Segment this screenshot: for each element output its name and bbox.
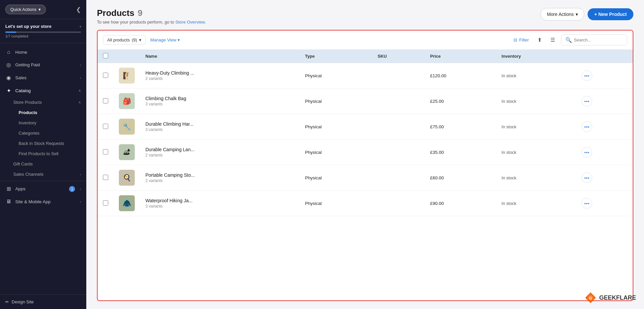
sidebar-item-products[interactable]: Products [3, 107, 86, 118]
row-more-button[interactable]: ••• [582, 172, 592, 183]
all-products-filter[interactable]: All products (9) ▾ [103, 35, 146, 45]
main-nav: ⌂ Home ◎ Getting Paid › ◉ Sales › ✦ Cata… [0, 43, 86, 211]
columns-button[interactable]: ☰ [548, 35, 558, 45]
row-price-cell: £25.00 [425, 89, 496, 114]
row-checkbox[interactable] [103, 73, 108, 78]
chevron-up-icon: ∧ [78, 89, 81, 93]
product-name-cell: Waterproof Hiking Ja... 3 variants [145, 198, 294, 209]
product-name: Portable Camping Sto... [145, 172, 294, 178]
row-name-cell: Portable Camping Sto... 2 variants [140, 165, 300, 191]
row-inventory-cell: In stock [496, 165, 576, 191]
more-actions-button[interactable]: More Actions ▾ [540, 8, 584, 21]
row-checkbox-cell [98, 89, 114, 114]
sidebar-sub-label: Sales Channels [13, 172, 43, 177]
page-title: Products 9 [97, 8, 206, 18]
row-actions-cell: ••• [576, 114, 633, 140]
sidebar-item-find-products[interactable]: Find Products to Sell [3, 149, 86, 159]
header-actions [576, 50, 633, 63]
product-type: Physical [305, 73, 322, 78]
sidebar-item-apps[interactable]: ⊞ Apps 1 › [0, 182, 86, 195]
apps-badge: 1 [69, 186, 75, 192]
product-type: Physical [305, 201, 322, 206]
product-thumbnail: 🧥 [119, 195, 135, 211]
row-thumb-cell: 🔧 [114, 114, 140, 140]
sidebar-item-categories[interactable]: Categories [3, 128, 86, 138]
sidebar-item-label: Sales [15, 75, 27, 80]
new-product-button[interactable]: + New Product [588, 8, 633, 20]
header-inventory: Inventory [496, 50, 576, 63]
row-checkbox[interactable] [103, 149, 108, 154]
row-more-button[interactable]: ••• [582, 198, 592, 209]
row-name-cell: Climbing Chalk Bag 3 variants [140, 89, 300, 114]
row-type-cell: Physical [300, 114, 372, 140]
row-type-cell: Physical [300, 63, 372, 89]
row-name-cell: Durable Climbing Har... 3 variants [140, 114, 300, 140]
sidebar-item-sales-channels[interactable]: Sales Channels › [3, 169, 86, 179]
sidebar-sub-label: Back in Stock Requests [19, 141, 64, 146]
row-checkbox[interactable] [103, 98, 108, 103]
row-actions-cell: ••• [576, 191, 633, 216]
sidebar-collapse-button[interactable]: ❮ [76, 6, 81, 13]
quick-actions-button[interactable]: Quick Actions ▾ [5, 5, 46, 14]
sidebar-sub-label: Store Products [13, 100, 42, 105]
product-inventory: In stock [502, 99, 517, 104]
row-name-cell: Waterproof Hiking Ja... 3 variants [140, 191, 300, 216]
geekflare-icon: G [585, 292, 597, 304]
row-more-button[interactable]: ••• [582, 121, 592, 132]
svg-text:G: G [589, 296, 592, 300]
geekflare-label: GEEKFLARE [599, 294, 636, 301]
sidebar-item-label: Site & Mobile App [15, 199, 51, 204]
design-site-button[interactable]: ✏ Design Site [0, 294, 86, 309]
search-input[interactable] [574, 37, 620, 42]
product-price: £75.00 [430, 124, 444, 129]
product-inventory: In stock [502, 150, 517, 155]
table-row: 🎒 Climbing Chalk Bag 3 variants Physical… [98, 89, 633, 114]
product-name-cell: Heavy-Duty Climbing ... 2 variants [145, 70, 294, 81]
store-overview-link[interactable]: Store Overview [175, 20, 204, 25]
product-variants: 2 variants [145, 76, 294, 81]
row-checkbox-cell [98, 63, 114, 89]
product-name: Durable Climbing Har... [145, 121, 294, 127]
table-scroll-area[interactable]: Name Type SKU Price Inventory 🧗 [98, 50, 633, 300]
row-sku-cell [372, 140, 425, 165]
sidebar-item-site-mobile[interactable]: 🖥 Site & Mobile App › [0, 195, 86, 208]
row-thumb-cell: 🍳 [114, 165, 140, 191]
store-setup-title[interactable]: Let's set up your store › [5, 24, 81, 29]
header-sku: SKU [372, 50, 425, 63]
row-more-button[interactable]: ••• [582, 147, 592, 157]
sidebar-item-catalog[interactable]: ✦ Catalog ∧ [0, 84, 86, 97]
sidebar-item-store-products[interactable]: Store Products ∧ [3, 97, 86, 107]
row-more-button[interactable]: ••• [582, 70, 592, 81]
store-setup-section: Let's set up your store › 1/7 completed [0, 19, 86, 43]
sidebar-item-sales[interactable]: ◉ Sales › [0, 71, 86, 84]
row-checkbox[interactable] [103, 200, 108, 206]
sidebar-item-gift-cards[interactable]: Gift Cards [3, 159, 86, 169]
sidebar-item-getting-paid[interactable]: ◎ Getting Paid › [0, 58, 86, 71]
sidebar-item-inventory[interactable]: Inventory [3, 118, 86, 128]
row-actions-cell: ••• [576, 63, 633, 89]
row-price-cell: £90.00 [425, 191, 496, 216]
filter-button[interactable]: ⊟ Filter [511, 35, 531, 44]
row-actions-cell: ••• [576, 165, 633, 191]
pencil-icon: ✏ [5, 299, 9, 304]
apps-icon: ⊞ [5, 186, 12, 192]
dollar-icon: ◎ [5, 62, 12, 68]
sidebar-item-back-in-stock[interactable]: Back in Stock Requests [3, 138, 86, 149]
row-checkbox[interactable] [103, 124, 108, 129]
product-thumbnail: 🎒 [119, 93, 135, 109]
row-thumb-cell: 🎒 [114, 89, 140, 114]
product-type: Physical [305, 175, 322, 180]
chevron-right-icon: › [80, 172, 81, 176]
table-toolbar: All products (9) ▾ Manage View ▾ ⊟ Filte… [98, 31, 633, 50]
columns-icon: ☰ [550, 37, 555, 43]
row-sku-cell [372, 165, 425, 191]
row-more-button[interactable]: ••• [582, 96, 592, 106]
product-thumbnail: 🧗 [119, 68, 135, 84]
row-type-cell: Physical [300, 140, 372, 165]
export-button[interactable]: ⬆ [535, 35, 544, 45]
sidebar-item-home[interactable]: ⌂ Home [0, 46, 86, 58]
manage-view-button[interactable]: Manage View ▾ [149, 35, 182, 44]
sidebar-header: Quick Actions ▾ ❮ [0, 0, 86, 19]
select-all-checkbox[interactable] [103, 53, 108, 58]
row-checkbox[interactable] [103, 175, 108, 180]
